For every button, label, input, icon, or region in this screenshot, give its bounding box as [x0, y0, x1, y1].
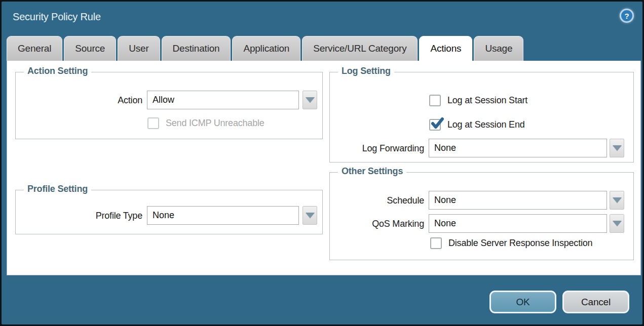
chevron-down-icon: [306, 97, 315, 103]
cancel-button-label: Cancel: [581, 297, 611, 308]
tab-bar: General Source User Destination Applicat…: [7, 36, 523, 61]
tab-usage[interactable]: Usage: [474, 36, 523, 61]
log-forwarding-select-value: None: [434, 143, 456, 153]
log-session-start-checkbox[interactable]: [429, 95, 441, 106]
tab-label: User: [129, 43, 148, 54]
log-session-start-label: Log at Session Start: [447, 95, 527, 106]
log-session-end-label: Log at Session End: [447, 119, 525, 130]
tab-actions[interactable]: Actions: [419, 36, 472, 61]
log-session-start-checkbox-row[interactable]: Log at Session Start: [429, 95, 527, 106]
tab-source[interactable]: Source: [64, 36, 116, 61]
other-settings-legend: Other Settings: [338, 166, 406, 177]
log-forwarding-select-arrow-button[interactable]: [610, 139, 624, 157]
profile-setting-group: Profile Setting Profile Type None: [15, 190, 323, 234]
schedule-label: Schedule: [330, 195, 424, 206]
tab-service-url-category[interactable]: Service/URL Category: [302, 36, 418, 61]
ok-button-label: OK: [516, 297, 529, 308]
tab-label: Source: [75, 43, 105, 54]
qos-marking-select[interactable]: None: [429, 214, 607, 233]
tab-label: Service/URL Category: [313, 43, 406, 54]
log-forwarding-label: Log Forwarding: [330, 143, 424, 154]
action-setting-group: Action Setting Action Allow Send ICMP Un…: [15, 72, 323, 139]
action-label: Action: [16, 95, 142, 106]
log-setting-group: Log Setting Log at Session Start Log at …: [329, 72, 634, 162]
send-icmp-unreachable-checkbox-row: Send ICMP Unreachable: [147, 117, 264, 129]
tab-label: Destination: [173, 43, 220, 54]
checkmark-icon: [430, 116, 445, 132]
log-session-end-checkbox[interactable]: [429, 119, 441, 131]
chevron-down-icon: [613, 221, 622, 226]
cancel-button[interactable]: Cancel: [562, 291, 629, 313]
profile-type-select-arrow-button[interactable]: [302, 206, 317, 225]
tab-label: General: [18, 43, 51, 54]
dialog-title: Security Policy Rule: [13, 11, 101, 23]
help-icon[interactable]: ?: [620, 9, 634, 23]
profile-type-select-value: None: [153, 210, 174, 221]
action-select[interactable]: Allow: [147, 91, 299, 109]
tab-general[interactable]: General: [7, 36, 62, 61]
schedule-select-arrow-button[interactable]: [610, 191, 624, 210]
qos-marking-label: QoS Marking: [330, 219, 424, 229]
qos-marking-select-value: None: [434, 218, 456, 229]
profile-type-select[interactable]: None: [147, 206, 299, 225]
profile-setting-legend: Profile Setting: [24, 184, 91, 194]
qos-marking-select-arrow-button[interactable]: [610, 214, 624, 233]
tab-user[interactable]: User: [118, 36, 160, 61]
log-setting-legend: Log Setting: [338, 66, 394, 76]
help-glyph: ?: [624, 12, 629, 20]
tab-label: Usage: [485, 43, 512, 54]
schedule-select-value: None: [434, 195, 456, 206]
send-icmp-unreachable-label: Send ICMP Unreachable: [166, 118, 264, 129]
disable-server-response-inspection-checkbox[interactable]: [430, 237, 442, 249]
chevron-down-icon: [306, 213, 315, 218]
tab-application[interactable]: Application: [232, 36, 300, 61]
tab-destination[interactable]: Destination: [162, 36, 231, 61]
actions-tab-panel: Action Setting Action Allow Send ICMP Un…: [7, 61, 641, 275]
tab-label: Actions: [430, 43, 461, 54]
log-session-end-checkbox-row[interactable]: Log at Session End: [429, 119, 525, 131]
security-policy-rule-dialog: Security Policy Rule ? General Source Us…: [0, 0, 644, 326]
log-forwarding-select[interactable]: None: [429, 139, 607, 157]
titlebar: Security Policy Rule ?: [2, 2, 642, 34]
profile-type-label: Profile Type: [16, 211, 142, 221]
action-select-value: Allow: [153, 95, 174, 105]
action-setting-legend: Action Setting: [24, 66, 91, 76]
action-select-arrow-button[interactable]: [302, 91, 317, 109]
disable-server-response-inspection-label: Disable Server Response Inspection: [448, 238, 592, 249]
schedule-select[interactable]: None: [429, 191, 607, 210]
disable-server-response-inspection-checkbox-row[interactable]: Disable Server Response Inspection: [430, 237, 592, 249]
chevron-down-icon: [613, 145, 622, 151]
other-settings-group: Other Settings Schedule None QoS Marking…: [329, 172, 634, 260]
chevron-down-icon: [613, 197, 622, 203]
send-icmp-unreachable-checkbox: [147, 117, 159, 129]
tab-label: Application: [243, 43, 289, 54]
ok-button[interactable]: OK: [489, 291, 556, 313]
